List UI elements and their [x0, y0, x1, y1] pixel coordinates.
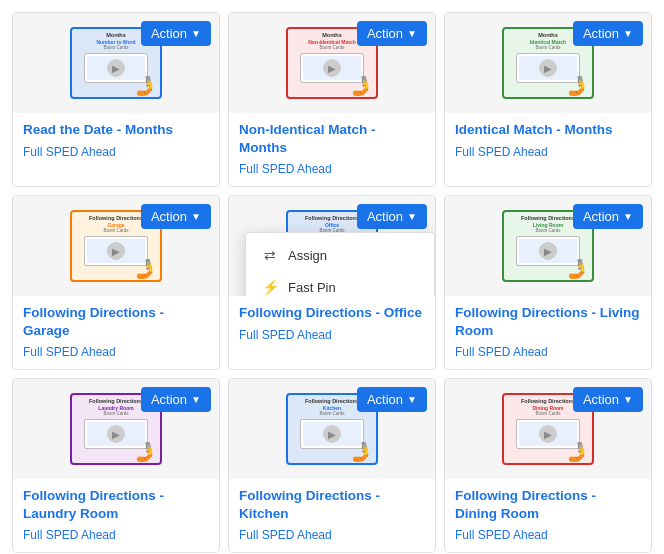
card-image-4: Following Directions Garage Boom Cards ▶…: [13, 196, 219, 296]
card-title-6: Following Directions - Living Room: [455, 304, 641, 339]
action-button-6[interactable]: Action ▼: [573, 204, 643, 229]
card-7: Following Directions Laundry Room Boom C…: [12, 378, 220, 553]
card-image-7: Following Directions Laundry Room Boom C…: [13, 379, 219, 479]
card-body-5: Following Directions - Office Full SPED …: [229, 296, 435, 352]
card-9: Following Directions Dining Room Boom Ca…: [444, 378, 652, 553]
action-label-1: Action: [151, 26, 187, 41]
action-button-7[interactable]: Action ▼: [141, 387, 211, 412]
card-subtitle-9: Full SPED Ahead: [455, 528, 641, 542]
action-label-8: Action: [367, 392, 403, 407]
card-body-8: Following Directions - Kitchen Full SPED…: [229, 479, 435, 552]
action-button-9[interactable]: Action ▼: [573, 387, 643, 412]
card-image-5: Following Directions Office Boom Cards ▶…: [229, 196, 435, 296]
card-image-8: Following Directions Kitchen Boom Cards …: [229, 379, 435, 479]
action-button-3[interactable]: Action ▼: [573, 21, 643, 46]
card-subtitle-7: Full SPED Ahead: [23, 528, 209, 542]
action-label-6: Action: [583, 209, 619, 224]
card-title-5: Following Directions - Office: [239, 304, 425, 322]
card-title-8: Following Directions - Kitchen: [239, 487, 425, 522]
chevron-icon-5: ▼: [407, 211, 417, 222]
action-label-2: Action: [367, 26, 403, 41]
chevron-icon-2: ▼: [407, 28, 417, 39]
card-subtitle-1: Full SPED Ahead: [23, 145, 209, 159]
card-3: Months Identical Match Boom Cards ▶ 🤳 Ac…: [444, 12, 652, 187]
card-title-1: Read the Date - Months: [23, 121, 209, 139]
card-body-6: Following Directions - Living Room Full …: [445, 296, 651, 369]
card-body-2: Non-Identical Match - Months Full SPED A…: [229, 113, 435, 186]
dropdown-icon-1: ⚡: [262, 279, 278, 295]
card-2: Months Non-Identical Match Boom Cards ▶ …: [228, 12, 436, 187]
card-5: Following Directions Office Boom Cards ▶…: [228, 195, 436, 370]
card-image-1: Months Number to Word Boom Cards ▶ 🤳 Act…: [13, 13, 219, 113]
action-button-5[interactable]: Action ▼: [357, 204, 427, 229]
action-button-2[interactable]: Action ▼: [357, 21, 427, 46]
card-title-2: Non-Identical Match - Months: [239, 121, 425, 156]
dropdown-item-1[interactable]: ⚡ Fast Pin: [246, 271, 434, 296]
card-title-7: Following Directions - Laundry Room: [23, 487, 209, 522]
dropdown-label-0: Assign: [288, 248, 327, 263]
chevron-icon-6: ▼: [623, 211, 633, 222]
card-subtitle-8: Full SPED Ahead: [239, 528, 425, 542]
dropdown-menu: ⇄ Assign ⚡ Fast Pin 🔗 Hyperplay Link 🖨 P…: [245, 232, 435, 296]
card-subtitle-4: Full SPED Ahead: [23, 345, 209, 359]
action-label-3: Action: [583, 26, 619, 41]
card-image-3: Months Identical Match Boom Cards ▶ 🤳 Ac…: [445, 13, 651, 113]
dropdown-label-1: Fast Pin: [288, 280, 336, 295]
card-subtitle-5: Full SPED Ahead: [239, 328, 425, 342]
card-title-9: Following Directions - Dining Room: [455, 487, 641, 522]
action-label-4: Action: [151, 209, 187, 224]
action-label-7: Action: [151, 392, 187, 407]
card-image-9: Following Directions Dining Room Boom Ca…: [445, 379, 651, 479]
chevron-icon-7: ▼: [191, 394, 201, 405]
card-subtitle-3: Full SPED Ahead: [455, 145, 641, 159]
card-image-2: Months Non-Identical Match Boom Cards ▶ …: [229, 13, 435, 113]
chevron-icon-8: ▼: [407, 394, 417, 405]
card-subtitle-6: Full SPED Ahead: [455, 345, 641, 359]
card-body-7: Following Directions - Laundry Room Full…: [13, 479, 219, 552]
chevron-icon-1: ▼: [191, 28, 201, 39]
card-body-3: Identical Match - Months Full SPED Ahead: [445, 113, 651, 169]
action-button-4[interactable]: Action ▼: [141, 204, 211, 229]
action-button-8[interactable]: Action ▼: [357, 387, 427, 412]
chevron-icon-3: ▼: [623, 28, 633, 39]
card-subtitle-2: Full SPED Ahead: [239, 162, 425, 176]
action-button-1[interactable]: Action ▼: [141, 21, 211, 46]
card-6: Following Directions Living Room Boom Ca…: [444, 195, 652, 370]
card-grid: Months Number to Word Boom Cards ▶ 🤳 Act…: [0, 0, 664, 554]
card-8: Following Directions Kitchen Boom Cards …: [228, 378, 436, 553]
card-4: Following Directions Garage Boom Cards ▶…: [12, 195, 220, 370]
card-title-3: Identical Match - Months: [455, 121, 641, 139]
chevron-icon-4: ▼: [191, 211, 201, 222]
card-body-1: Read the Date - Months Full SPED Ahead: [13, 113, 219, 169]
action-label-9: Action: [583, 392, 619, 407]
card-body-4: Following Directions - Garage Full SPED …: [13, 296, 219, 369]
chevron-icon-9: ▼: [623, 394, 633, 405]
dropdown-item-0[interactable]: ⇄ Assign: [246, 239, 434, 271]
card-body-9: Following Directions - Dining Room Full …: [445, 479, 651, 552]
action-label-5: Action: [367, 209, 403, 224]
card-title-4: Following Directions - Garage: [23, 304, 209, 339]
dropdown-icon-0: ⇄: [262, 247, 278, 263]
card-1: Months Number to Word Boom Cards ▶ 🤳 Act…: [12, 12, 220, 187]
card-image-6: Following Directions Living Room Boom Ca…: [445, 196, 651, 296]
